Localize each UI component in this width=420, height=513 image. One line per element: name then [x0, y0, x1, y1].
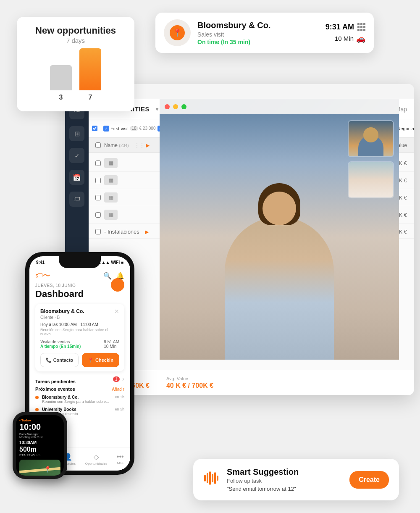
video-thumb-man	[348, 120, 394, 157]
watch-frame: <Today 10:00 ForceManager Meeting with R…	[13, 412, 67, 479]
stat-avg-number: 40 K € / 700K €	[166, 382, 213, 389]
phone-meeting-desc: Reunión con Sergio para hablar sobre el …	[40, 328, 119, 336]
phone-card-header: Bloomsbury & Co. ✕	[40, 308, 119, 315]
row-checkbox[interactable]	[95, 195, 101, 200]
bloomsbury-company: Bloomsbury & Co.	[197, 21, 319, 30]
bar-prev: 3	[50, 65, 72, 101]
wave-svg	[203, 470, 220, 487]
company-icon: ▦	[104, 210, 118, 220]
phone-card-subtitle: Cliente · B	[40, 315, 119, 320]
forcemanager-logo: 🏷〜	[35, 271, 50, 281]
woman-head	[262, 192, 296, 225]
location-icon: 📍	[88, 358, 94, 363]
map-pin-icon: 📍	[44, 466, 51, 473]
minimize-button[interactable]	[173, 104, 178, 109]
grid-icon	[357, 23, 365, 31]
bloomsbury-duration: 10 Min 🚗	[326, 34, 365, 43]
sidebar-icon-calendar[interactable]: 📅	[69, 170, 84, 185]
svg-rect-4	[214, 472, 216, 484]
opportunities-title: New opportunities	[27, 25, 124, 36]
header-checkbox[interactable]	[95, 142, 101, 148]
phone-action-buttons: 📞 Contacto 📍 Checkin	[40, 353, 119, 367]
smart-info: Smart Suggestion Follow up task "Send em…	[227, 467, 343, 492]
bar-chart: 3 7	[27, 51, 124, 101]
car-icon: 🚗	[356, 34, 365, 43]
bar-curr: 7	[79, 48, 101, 101]
svg-rect-3	[212, 474, 213, 482]
chevron-right-icon[interactable]: ›	[122, 375, 124, 383]
phone-visit-time: 9:51 AM 10 Min	[104, 339, 119, 349]
video-call-overlay	[160, 99, 399, 360]
company-icon: ▦	[104, 158, 118, 168]
phone-dashboard-title: Dashboard	[35, 289, 124, 300]
maximize-button[interactable]	[181, 104, 186, 109]
row-name: - Instalaciones	[104, 229, 139, 235]
woman-figure	[225, 217, 334, 360]
waveform-icon	[203, 470, 220, 490]
smart-quote: "Send email tomorrow at 12"	[227, 486, 343, 492]
phone-card-title: Bloomsbury & Co.	[40, 308, 84, 314]
row-checkbox[interactable]	[95, 212, 101, 218]
phone-ontime: A tiempo (En 15min)	[40, 344, 81, 349]
svg-rect-1	[207, 473, 208, 483]
event-time: en 5h	[115, 407, 124, 411]
smart-title: Smart Suggestion	[227, 467, 343, 477]
woman-video	[349, 162, 393, 197]
phone-action-icons: 🔍 🔔	[103, 272, 124, 280]
video-thumb-woman	[348, 161, 394, 198]
watch-meeting: Meeting with Russ	[19, 436, 60, 439]
tasks-section: Tareas pendientes 1 ›	[35, 374, 124, 384]
watch-screen: <Today 10:00 ForceManager Meeting with R…	[16, 415, 64, 476]
watch-time: 10:00	[19, 422, 60, 432]
map-road	[19, 467, 60, 474]
watch-eta: ETA 13:45 am	[19, 453, 60, 457]
bloomsbury-time-value: 9:31 AM	[326, 23, 365, 32]
video-thumbnails	[348, 120, 394, 198]
stage-first-visit[interactable]: ✓ First visit 10 € 23.000 ✓	[100, 124, 167, 133]
close-button[interactable]	[165, 104, 170, 109]
bloomsbury-icon: 📍	[164, 19, 191, 46]
checkin-button[interactable]: 📍 Checkin	[82, 353, 119, 367]
event-dot	[35, 396, 39, 399]
sidebar-icon-tag[interactable]: 🏷	[69, 192, 84, 207]
smart-task: Follow up task	[227, 478, 343, 484]
phone-header-icons: 🏷〜 🔍 🔔	[35, 268, 124, 283]
row-checkbox[interactable]	[95, 178, 101, 183]
phone-card-close-icon[interactable]: ✕	[114, 308, 119, 315]
svg-rect-2	[209, 471, 211, 485]
select-all-checkbox[interactable]	[92, 126, 97, 131]
event-title: Bloomsbury & Co.	[42, 395, 111, 400]
phone-main-card: Bloomsbury & Co. ✕ Cliente · B Hoy a las…	[35, 304, 124, 371]
bloomsbury-info: Bloomsbury & Co. Sales visit On time (In…	[197, 21, 319, 45]
event-desc: Reunión con Sergio para hablar sobre...	[42, 400, 111, 404]
more-icon: •••	[117, 453, 124, 460]
phone-signal: ▲▲▲ WiFi ■	[97, 260, 123, 265]
video-titlebar	[160, 99, 399, 114]
row-checkbox[interactable]	[95, 160, 101, 166]
video-background	[160, 99, 399, 360]
event-time: en 1h	[115, 395, 124, 399]
phone-search-icon[interactable]: 🔍	[103, 272, 112, 280]
dropdown-arrow-icon[interactable]: ▼	[155, 106, 160, 112]
sidebar-icon-check[interactable]: ✓	[69, 148, 84, 163]
events-add-button[interactable]: Añad r	[112, 387, 124, 392]
row-checkbox[interactable]	[95, 229, 101, 234]
nav-label: Más	[117, 461, 123, 465]
apple-watch: <Today 10:00 ForceManager Meeting with R…	[13, 412, 67, 479]
event-dot	[35, 408, 39, 411]
tasks-badge: 1	[113, 376, 120, 382]
nav-oportunidades[interactable]: ◇ Oportunidades	[85, 453, 107, 466]
sidebar-icon-grid[interactable]: ⊞	[69, 126, 84, 141]
create-button[interactable]: Create	[349, 471, 389, 489]
phone-avatar	[111, 278, 124, 292]
phone-icon: 📞	[46, 358, 52, 363]
bar-prev-label: 3	[59, 94, 63, 101]
phone-content: 🏷〜 🔍 🔔 JUEVES, 18 JUNIO Dashboard Blooms…	[29, 268, 130, 428]
bar-orange	[79, 48, 101, 90]
opportunities-subtitle: 7 days	[27, 37, 124, 44]
row-arrow-icon: ▶	[143, 229, 151, 235]
table-check-all	[92, 126, 97, 131]
stat-avg: Avg. Value 40 K € / 700K €	[166, 376, 213, 389]
contact-button[interactable]: 📞 Contacto	[40, 353, 79, 367]
nav-mas[interactable]: ••• Más	[117, 453, 124, 465]
